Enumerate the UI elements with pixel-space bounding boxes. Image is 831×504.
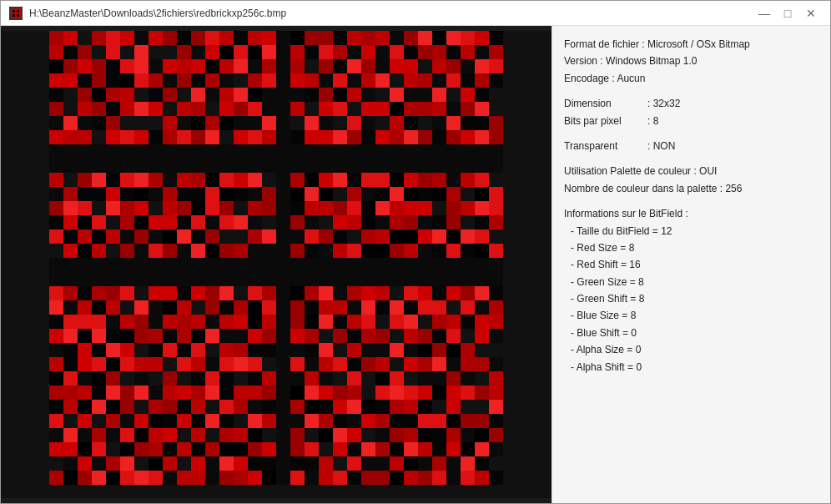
dimension-value: : 32x32	[647, 95, 680, 112]
svg-rect-4	[17, 14, 19, 17]
version-line: Version : Windows Bitmap 1.0	[564, 53, 818, 69]
bitfield-item: - Red Size = 8	[564, 239, 818, 256]
transparent-section: Transparent : NON	[564, 138, 818, 154]
transparent-row: Transparent : NON	[564, 138, 818, 154]
bits-value: : 8	[647, 113, 658, 129]
dimension-row: Dimension : 32x32	[564, 95, 818, 112]
maximize-button[interactable]: □	[777, 4, 798, 23]
bitfield-item: - Green Size = 8	[564, 274, 818, 290]
bitfield-item: - Taille du BitField = 12	[564, 223, 818, 239]
format-line: Format de fichier : Microsoft / OSx Bitm…	[564, 36, 818, 53]
palette-section: Utilisation Palette de couleur : OUI Nom…	[564, 163, 818, 197]
dimension-label: Dimension	[564, 95, 647, 112]
palette-usage-line: Utilisation Palette de couleur : OUI	[564, 163, 818, 179]
window-controls: — □ ✕	[753, 4, 822, 23]
title-bar-left: H:\BeanzMaster\Downloads\2fichiers\redbr…	[9, 7, 286, 20]
transparent-label: Transparent	[564, 138, 647, 154]
image-display-area	[1, 26, 551, 503]
svg-rect-0	[11, 8, 21, 18]
app-icon	[9, 7, 23, 20]
bits-label: Bits par pixel	[564, 113, 647, 129]
bitfield-item: - Red Shift = 16	[564, 256, 818, 273]
bitfield-item: - Blue Size = 8	[564, 307, 818, 324]
close-button[interactable]: ✕	[800, 4, 822, 23]
bitfield-title: Informations sur le BitField :	[564, 205, 818, 222]
encodage-line: Encodage : Aucun	[564, 70, 818, 87]
bitmap-canvas	[1, 31, 551, 498]
transparent-value: : NON	[647, 138, 675, 154]
bitfield-section: Informations sur le BitField : - Taille …	[564, 205, 818, 375]
svg-rect-3	[13, 14, 15, 17]
svg-rect-2	[17, 10, 19, 13]
bitfield-item: - Alpha Shift = 0	[564, 359, 818, 375]
file-format-section: Format de fichier : Microsoft / OSx Bitm…	[564, 36, 818, 87]
bitfield-items: - Taille du BitField = 12- Red Size = 8-…	[564, 223, 818, 376]
bitfield-item: - Green Shift = 8	[564, 290, 818, 307]
content-area: Format de fichier : Microsoft / OSx Bitm…	[1, 26, 830, 503]
minimize-button[interactable]: —	[753, 4, 775, 23]
title-bar: H:\BeanzMaster\Downloads\2fichiers\redbr…	[1, 1, 830, 26]
main-window: H:\BeanzMaster\Downloads\2fichiers\redbr…	[0, 0, 831, 504]
window-title: H:\BeanzMaster\Downloads\2fichiers\redbr…	[29, 8, 286, 19]
bits-row: Bits par pixel : 8	[564, 113, 818, 129]
bitfield-item: - Blue Shift = 0	[564, 325, 818, 341]
info-panel: Format de fichier : Microsoft / OSx Bitm…	[551, 26, 830, 503]
dimension-section: Dimension : 32x32 Bits par pixel : 8	[564, 95, 818, 129]
palette-count-line: Nombre de couleur dans la palette : 256	[564, 180, 818, 197]
bitfield-item: - Alpha Size = 0	[564, 341, 818, 358]
svg-rect-1	[13, 10, 15, 13]
